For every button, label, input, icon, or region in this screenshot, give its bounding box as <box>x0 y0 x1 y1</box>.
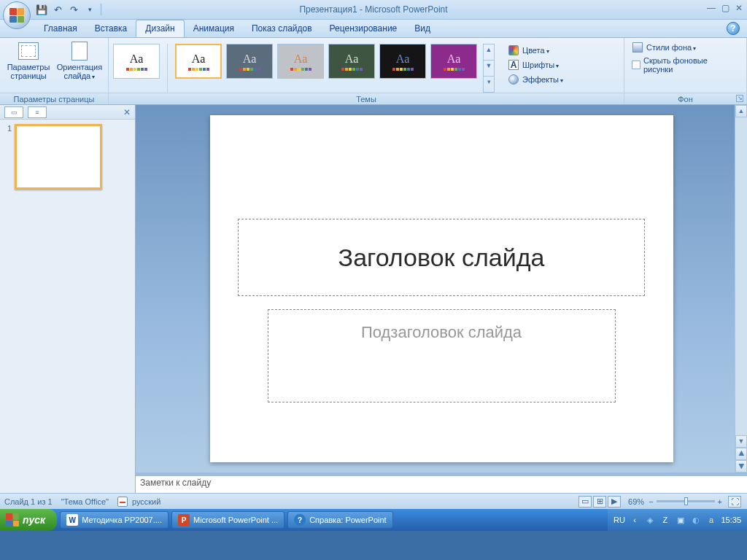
tray-arrow-icon[interactable]: ‹ <box>629 515 640 526</box>
scroll-track[interactable] <box>735 117 747 435</box>
group-label-themes: Темы <box>109 93 624 104</box>
undo-icon[interactable]: ↶ <box>51 3 64 16</box>
maximize-button[interactable]: ▢ <box>721 3 729 13</box>
theme-tile[interactable]: Aa <box>430 44 477 79</box>
tray-icon-3[interactable]: ▣ <box>675 515 686 526</box>
slide-number: 1 <box>3 124 12 190</box>
theme-tile[interactable]: Aa <box>379 44 426 79</box>
slideshow-view-button[interactable]: ▶ <box>608 496 621 508</box>
next-slide-icon[interactable]: ⯆ <box>735 460 747 472</box>
minimize-button[interactable]: — <box>707 3 716 13</box>
theme-preview-text: Aa <box>396 52 410 66</box>
tray-icon-5[interactable]: a <box>705 515 716 526</box>
save-icon[interactable]: 💾 <box>35 3 48 16</box>
status-theme: "Тема Office" <box>61 497 109 506</box>
gallery-up-icon[interactable]: ▲ <box>484 44 494 61</box>
ribbon: Параметры страницы Ориентация слайда Пар… <box>0 38 747 105</box>
hide-bg-graphics-checkbox[interactable]: Скрыть фоновые рисунки <box>629 55 742 74</box>
start-button[interactable]: пуск <box>0 509 57 531</box>
office-button[interactable] <box>3 1 31 29</box>
tab-Показ слайдов[interactable]: Показ слайдов <box>243 20 321 37</box>
theme-color-dots <box>126 68 147 71</box>
gallery-down-icon[interactable]: ▼ <box>484 61 494 77</box>
theme-tile[interactable]: Aa <box>175 44 222 79</box>
slides-tab[interactable]: ▭ <box>4 106 23 118</box>
system-tray: RU ‹ ◈ Z ▣ ◐ a 15:35 <box>608 509 747 531</box>
theme-preview-text: Aa <box>243 52 257 66</box>
taskbar-item-help[interactable]: ? Справка: PowerPoint <box>287 511 393 529</box>
tab-Главная[interactable]: Главная <box>35 20 86 37</box>
slide-thumbnail[interactable] <box>15 124 102 190</box>
redo-icon[interactable]: ↷ <box>67 3 80 16</box>
background-styles-button[interactable]: Стили фона <box>629 41 742 54</box>
orientation-button[interactable]: Ориентация слайда <box>55 41 104 82</box>
theme-fonts-button[interactable]: A Шрифты <box>505 58 566 71</box>
windows-taskbar: пуск W Методичка PP2007.... P Microsoft … <box>0 509 747 531</box>
qat-dropdown[interactable]: ▾ <box>83 3 96 16</box>
word-icon: W <box>66 514 78 526</box>
theme-color-dots <box>444 68 465 71</box>
page-setup-button[interactable]: Параметры страницы <box>4 41 53 80</box>
windows-logo-icon <box>6 513 19 526</box>
gallery-scroll[interactable]: ▲ ▼ ▾ <box>483 44 495 93</box>
sorter-view-button[interactable]: ⊞ <box>593 496 606 508</box>
theme-tile[interactable]: Aa <box>113 44 160 79</box>
close-panel-icon[interactable]: ✕ <box>123 107 131 117</box>
tray-icon-2[interactable]: Z <box>659 515 670 526</box>
slide-area: Заголовок слайда Подзаголовок слайда ▲ ▼… <box>136 105 747 493</box>
bg-styles-icon <box>632 42 643 52</box>
subtitle-placeholder[interactable]: Подзаголовок слайда <box>268 309 616 402</box>
close-button[interactable]: ✕ <box>735 3 743 13</box>
gallery-more-icon[interactable]: ▾ <box>484 77 494 92</box>
theme-tile[interactable]: Aa <box>328 44 375 79</box>
group-label-page-setup: Параметры страницы <box>0 93 108 104</box>
list-item[interactable]: 1 <box>3 124 132 190</box>
theme-color-dots <box>392 68 414 71</box>
zoom-track[interactable] <box>657 500 715 502</box>
scroll-up-icon[interactable]: ▲ <box>735 105 747 117</box>
slides-panel-header: ▭ ≡ ✕ <box>0 105 135 120</box>
theme-preview-text: Aa <box>447 52 461 66</box>
title-placeholder[interactable]: Заголовок слайда <box>238 219 645 296</box>
background-launcher[interactable]: ↘ <box>736 95 743 102</box>
prev-slide-icon[interactable]: ⯅ <box>735 448 747 460</box>
theme-tile[interactable]: Aa <box>226 44 273 79</box>
tab-Рецензирование[interactable]: Рецензирование <box>321 20 406 37</box>
tab-Вид[interactable]: Вид <box>406 20 439 37</box>
theme-colors-button[interactable]: Цвета <box>505 44 566 57</box>
slide-canvas[interactable]: Заголовок слайда Подзаголовок слайда <box>210 115 673 462</box>
theme-color-dots <box>290 68 311 71</box>
theme-gallery: AaAaAaAaAaAaAa <box>113 44 477 93</box>
notes-pane[interactable]: Заметки к слайду <box>136 475 747 493</box>
normal-view-button[interactable]: ▭ <box>578 496 592 508</box>
taskbar-item-powerpoint[interactable]: P Microsoft PowerPoint ... <box>171 511 285 529</box>
outline-tab[interactable]: ≡ <box>28 106 47 118</box>
checkbox-icon <box>632 61 640 69</box>
vertical-scrollbar[interactable]: ▲ ▼ ⯅ ⯆ <box>735 105 747 472</box>
tray-clock[interactable]: 15:35 <box>721 516 741 524</box>
theme-tile[interactable]: Aa <box>277 44 324 79</box>
theme-effects-button[interactable]: Эффекты <box>505 73 566 86</box>
ribbon-tabs: ГлавнаяВставкаДизайнАнимацияПоказ слайдо… <box>0 20 747 38</box>
spellcheck-icon[interactable] <box>117 497 128 507</box>
zoom-value[interactable]: 69% <box>628 497 644 506</box>
zoom-knob[interactable] <box>684 497 688 505</box>
scroll-down-icon[interactable]: ▼ <box>735 435 747 448</box>
zoom-in-icon[interactable]: + <box>718 497 722 506</box>
tab-Анимация[interactable]: Анимация <box>185 20 243 37</box>
zoom-out-icon[interactable]: − <box>649 497 653 506</box>
help-icon[interactable]: ? <box>727 22 740 35</box>
fit-window-button[interactable]: ⛶ <box>728 496 741 508</box>
zoom-slider[interactable]: − + <box>649 497 722 506</box>
group-label-background: Фон ↘ <box>624 93 746 104</box>
tab-Дизайн[interactable]: Дизайн <box>136 20 184 37</box>
tray-icon-1[interactable]: ◈ <box>644 515 655 526</box>
theme-color-dots <box>341 68 363 71</box>
theme-color-dots <box>239 68 260 71</box>
tray-icon-4[interactable]: ◐ <box>690 515 701 526</box>
status-language[interactable]: русский <box>132 497 160 506</box>
tray-lang[interactable]: RU <box>614 515 624 526</box>
theme-preview-text: Aa <box>294 52 308 66</box>
tab-Вставка[interactable]: Вставка <box>86 20 136 37</box>
taskbar-item-word[interactable]: W Методичка PP2007.... <box>60 511 169 529</box>
